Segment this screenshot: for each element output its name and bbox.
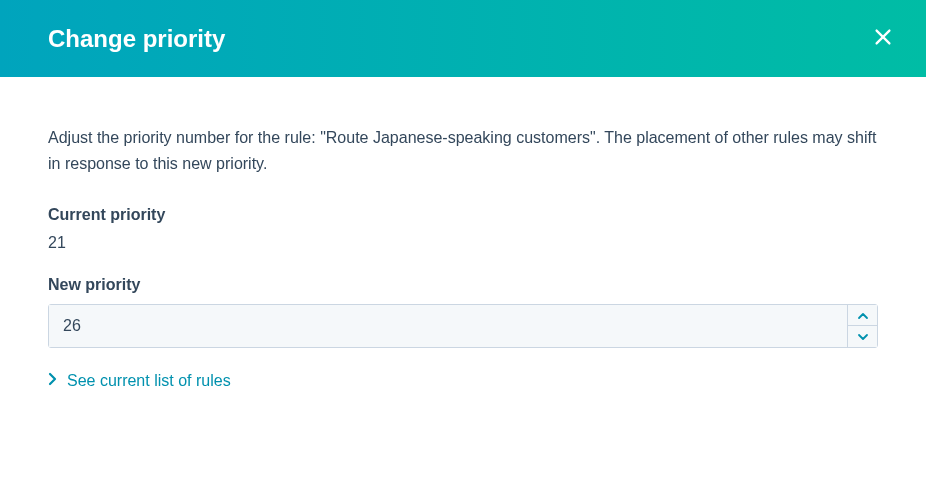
see-rules-link[interactable]: See current list of rules — [48, 372, 231, 390]
chevron-up-icon — [857, 308, 869, 323]
stepper-buttons — [847, 305, 877, 347]
close-icon — [872, 26, 894, 51]
stepper-up-button[interactable] — [848, 305, 877, 327]
new-priority-label: New priority — [48, 276, 878, 294]
chevron-down-icon — [857, 329, 869, 344]
modal-body: Adjust the priority number for the rule:… — [0, 77, 926, 390]
chevron-right-icon — [48, 372, 57, 390]
see-rules-label: See current list of rules — [67, 372, 231, 390]
current-priority-label: Current priority — [48, 206, 878, 224]
new-priority-input[interactable] — [49, 305, 847, 347]
change-priority-modal: Change priority Adjust the priority numb… — [0, 0, 926, 502]
priority-description: Adjust the priority number for the rule:… — [48, 125, 878, 178]
modal-title: Change priority — [48, 25, 225, 53]
current-priority-group: Current priority 21 — [48, 206, 878, 252]
modal-header: Change priority — [0, 0, 926, 77]
current-priority-value: 21 — [48, 234, 66, 251]
new-priority-group: New priority — [48, 276, 878, 348]
close-button[interactable] — [868, 22, 898, 55]
new-priority-stepper — [48, 304, 878, 348]
stepper-down-button[interactable] — [848, 326, 877, 347]
